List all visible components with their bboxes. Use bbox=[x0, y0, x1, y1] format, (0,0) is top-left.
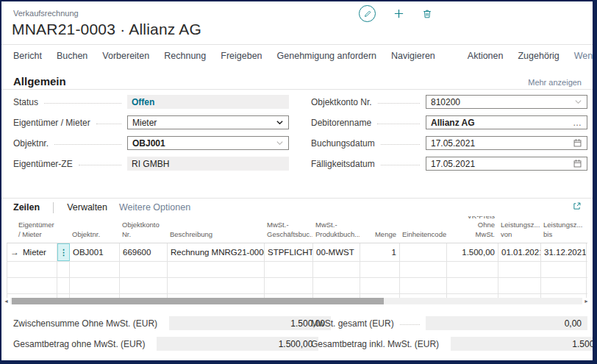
calendar-icon[interactable] bbox=[573, 138, 582, 148]
lines-more-options[interactable]: Weitere Optionen bbox=[119, 202, 190, 213]
eigentuemer-ze-label: Eigentümer-ZE bbox=[13, 159, 73, 169]
cell-vk-preis[interactable]: 1.500,00 bbox=[447, 243, 498, 261]
menu-item-vorbereiten[interactable]: Vorbereiten bbox=[102, 51, 149, 61]
add-button[interactable] bbox=[393, 8, 404, 19]
col-header-objektnr[interactable]: Objektnr. bbox=[69, 216, 119, 243]
chevron-down-icon[interactable] bbox=[276, 139, 284, 147]
buchungsdatum-label: Buchungsdatum bbox=[311, 138, 375, 149]
menu-item-aktionen[interactable]: Aktionen bbox=[468, 51, 504, 61]
current-row-arrow-icon: → bbox=[10, 247, 19, 257]
menu-item-navigieren[interactable]: Navigieren bbox=[391, 51, 435, 61]
buchungsdatum-field[interactable]: 17.05.2021 bbox=[426, 136, 587, 150]
gesamtbetrag-ohne-label: Gesamtbetrag ohne MwSt. (EUR) bbox=[13, 339, 145, 349]
menu-item-buchen[interactable]: Buchen bbox=[57, 51, 87, 61]
objektkonto-lookup[interactable]: 810200 bbox=[426, 95, 587, 109]
cell-objektnr[interactable]: OBJ001 bbox=[70, 243, 120, 261]
lines-manage-menu[interactable]: Verwalten bbox=[67, 202, 107, 213]
col-header-beschreibung[interactable]: Beschreibung bbox=[167, 216, 264, 243]
menu-item-zugehoerig[interactable]: Zugehörig bbox=[518, 51, 559, 61]
empty-cell bbox=[541, 262, 587, 277]
empty-cell bbox=[498, 262, 541, 277]
cell-eigentuemer-mieter[interactable]: → Mieter bbox=[7, 243, 57, 261]
field-row-status: Status Offen bbox=[13, 95, 289, 109]
ellipsis-vertical-icon: ⋮ bbox=[60, 248, 68, 257]
dotted-leader bbox=[79, 165, 121, 165]
cell-leistungszeitraum-von[interactable]: 01.01.2021 bbox=[498, 243, 541, 261]
objektnr-lookup[interactable]: OBJ001 bbox=[127, 136, 289, 150]
objektnr-label: Objektnr. bbox=[13, 138, 49, 149]
empty-cell bbox=[265, 278, 313, 293]
table-empty-row[interactable] bbox=[7, 278, 587, 294]
dotted-leader bbox=[381, 165, 420, 165]
scroll-right-icon[interactable]: ► bbox=[584, 298, 589, 304]
empty-cell bbox=[57, 262, 70, 277]
less-options-link[interactable]: Weniger Optionen bbox=[574, 51, 597, 61]
zwischensumme-field: 1.500,00 bbox=[169, 316, 331, 330]
col-header-einheitencode[interactable]: Einheitencode bbox=[399, 216, 446, 243]
menu-item-rechnung[interactable]: Rechnung bbox=[164, 51, 206, 61]
cell-beschreibung[interactable]: Rechnung MNRG21-00004 bbox=[168, 243, 265, 261]
col-header-mwst-produktbuchung[interactable]: MwSt.- Produktbuch... bbox=[312, 216, 360, 243]
gesamtbetrag-inkl-field: 1.500,00 bbox=[451, 337, 597, 351]
col-header-mwst-geschaeftsbuchung[interactable]: MwSt.- Geschäftsbuc... bbox=[264, 216, 312, 243]
status-label: Status bbox=[13, 97, 38, 107]
field-row-debitorenname: Debitorenname Allianz AG … bbox=[311, 115, 587, 129]
eigentuemer-mieter-select[interactable]: Mieter bbox=[127, 115, 289, 129]
field-row-faelligkeitsdatum: Fälligkeitsdatum 17.05.2021 bbox=[311, 157, 587, 171]
cell-menge[interactable]: 1 bbox=[360, 243, 400, 261]
edit-button[interactable] bbox=[359, 5, 376, 22]
lines-divider bbox=[1, 198, 593, 199]
general-section-heading[interactable]: Allgemein bbox=[13, 75, 66, 88]
chevron-down-icon[interactable] bbox=[574, 98, 582, 106]
table-row[interactable]: → Mieter ⋮ OBJ001 669600 Rechnung MNRG21… bbox=[7, 243, 587, 262]
empty-cell bbox=[7, 262, 57, 277]
col-header-objektkonto-nr[interactable]: Objektkonto Nr. bbox=[119, 216, 167, 243]
mwst-gesamt-value: 0,00 bbox=[565, 318, 582, 329]
focus-mode-button[interactable] bbox=[572, 201, 582, 213]
empty-cell bbox=[360, 262, 400, 277]
total-row-mwst-gesamt: MwSt. gesamt (EUR) 0,00 bbox=[311, 316, 587, 330]
scrollbar-thumb[interactable] bbox=[12, 298, 384, 304]
cell-einheitencode[interactable] bbox=[400, 243, 447, 261]
scrollbar-track[interactable] bbox=[10, 298, 582, 304]
col-header-vk-preis[interactable]: VK-Preis Ohne MwSt. bbox=[446, 216, 498, 243]
assist-edit-icon[interactable]: … bbox=[573, 120, 582, 126]
scroll-left-icon[interactable]: ◄ bbox=[4, 298, 9, 304]
empty-cell bbox=[447, 278, 498, 293]
show-more-link[interactable]: Mehr anzeigen bbox=[528, 78, 582, 87]
empty-cell bbox=[400, 262, 447, 277]
action-menu-bar: Bericht Buchen Vorbereiten Rechnung Frei… bbox=[13, 45, 582, 67]
cell-leistungszeitraum-bis[interactable]: 31.12.2021 bbox=[541, 243, 587, 261]
menu-item-genehmigung-anfordern[interactable]: Genehmigung anfordern bbox=[277, 51, 377, 61]
col-header-leistungszeitraum-bis[interactable]: Leistungsz... bis bbox=[540, 216, 586, 243]
debitorenname-value: Allianz AG bbox=[431, 118, 475, 128]
table-empty-row[interactable] bbox=[7, 262, 587, 278]
empty-cell bbox=[57, 278, 70, 293]
chevron-down-icon[interactable] bbox=[276, 118, 284, 126]
dotted-leader bbox=[96, 124, 121, 124]
eigentuemer-mieter-label: Eigentümer / Mieter bbox=[13, 118, 90, 128]
cell-objektkonto-nr[interactable]: 669600 bbox=[120, 243, 168, 261]
row-menu-button[interactable]: ⋮ bbox=[57, 243, 70, 261]
cell-eigentuemer-mieter-value: Mieter bbox=[23, 248, 46, 257]
col-header-eigentuemer-mieter[interactable]: Eigentümer / Mieter bbox=[7, 216, 57, 243]
debitorenname-field[interactable]: Allianz AG … bbox=[426, 115, 587, 129]
col-header-menge[interactable]: Menge bbox=[360, 216, 399, 243]
col-header-leistungszeitraum-von[interactable]: Leistungsz... von bbox=[498, 216, 540, 243]
cell-mwst-produktbuchung[interactable]: 00-MWST bbox=[313, 243, 360, 261]
horizontal-scrollbar[interactable]: ◄ ► bbox=[4, 298, 589, 304]
expand-icon bbox=[572, 201, 582, 211]
mwst-gesamt-label: MwSt. gesamt (EUR) bbox=[311, 318, 394, 329]
menu-item-bericht[interactable]: Bericht bbox=[13, 51, 42, 61]
gesamtbetrag-ohne-value: 1.500,00 bbox=[279, 339, 313, 349]
delete-button[interactable] bbox=[422, 9, 432, 19]
menu-item-freigeben[interactable]: Freigeben bbox=[221, 51, 262, 61]
eigentuemer-ze-field: RI GMBH bbox=[127, 157, 289, 171]
dotted-leader bbox=[378, 103, 420, 104]
calendar-icon[interactable] bbox=[573, 159, 582, 168]
lines-separator bbox=[53, 202, 54, 213]
objektkonto-value: 810200 bbox=[431, 97, 460, 107]
lines-tab[interactable]: Zeilen bbox=[13, 202, 40, 213]
faelligkeitsdatum-field[interactable]: 17.05.2021 bbox=[426, 157, 587, 171]
cell-mwst-geschaeftsbuchung[interactable]: STPFLICHT bbox=[265, 243, 313, 261]
